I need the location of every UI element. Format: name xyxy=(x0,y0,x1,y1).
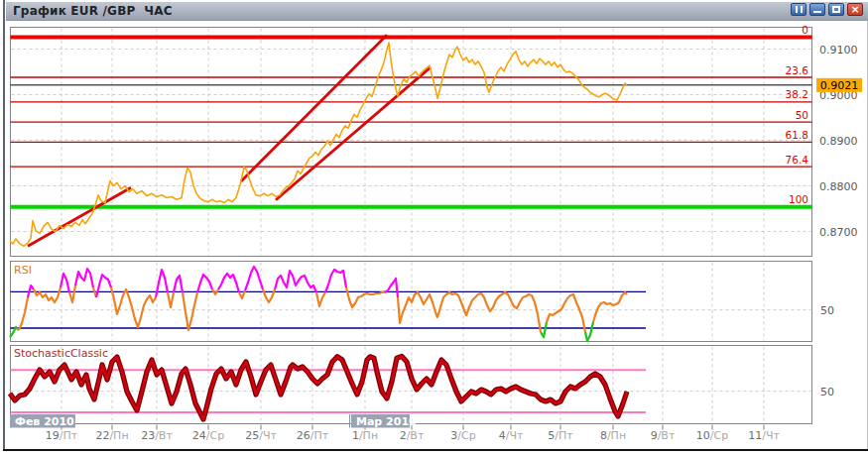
fib-label-0: 0 xyxy=(802,24,808,36)
date-label: 24/Ср xyxy=(192,429,224,442)
window-titlebar[interactable]: График EUR /GBP ЧАС xyxy=(6,2,868,21)
date-label: 10/Ср xyxy=(696,429,728,442)
price-axis-label: 0.8900 xyxy=(819,135,858,148)
minimize-button[interactable] xyxy=(809,3,825,16)
date-label: 4/Чт xyxy=(499,429,524,442)
date-label: 2/Вт xyxy=(400,429,425,442)
month-badge-label: Мар 2010 xyxy=(356,415,417,428)
date-label: 22/Пн xyxy=(95,429,128,442)
collapse-button[interactable] xyxy=(791,3,806,16)
collapse-icon xyxy=(796,6,803,13)
fib-label-50: 50 xyxy=(796,109,808,121)
rsi-panel-label: RSI xyxy=(14,264,32,277)
date-label: 8/Пн xyxy=(600,429,626,442)
month-badge-label: Фев 2010 xyxy=(15,415,74,428)
close-button[interactable]: × xyxy=(847,3,863,16)
maximize-icon xyxy=(832,6,840,13)
current-price-value: 0.9021 xyxy=(820,79,859,92)
price-axis-label: 0.8700 xyxy=(819,226,858,239)
fib-label-76.4: 76.4 xyxy=(786,154,809,166)
date-label: 9/Вт xyxy=(651,429,676,442)
date-label: 1/Пн xyxy=(352,429,378,442)
price-axis-label: 0.9100 xyxy=(819,44,858,57)
date-label: 11/Чт xyxy=(748,429,780,442)
date-label: 26/Пт xyxy=(297,429,329,442)
close-icon: × xyxy=(850,4,859,15)
date-label: 19/Пт xyxy=(46,429,78,442)
rsi-mid-label: 50 xyxy=(820,304,834,317)
stoch-panel-label: StochasticClassic xyxy=(14,347,108,360)
date-label: 25/Чт xyxy=(245,429,277,442)
fib-label-100: 100 xyxy=(789,193,808,205)
window-title: График EUR /GBP ЧАС xyxy=(13,4,173,18)
window-controls: × xyxy=(791,3,863,16)
stoch-mid-label: 50 xyxy=(820,386,834,398)
chart-canvas[interactable]: 023.638.25061.876.4100RSIStochasticClass… xyxy=(0,0,868,454)
minimize-icon xyxy=(813,11,821,13)
maximize-button[interactable] xyxy=(828,3,844,16)
price-axis-label: 0.8800 xyxy=(819,180,858,193)
date-label: 23/Вт xyxy=(141,429,173,442)
fib-label-61.8: 61.8 xyxy=(786,129,808,141)
fib-label-38.2: 38.2 xyxy=(786,88,808,100)
date-label: 3/Ср xyxy=(450,429,475,442)
fib-label-23.6: 23.6 xyxy=(786,64,809,76)
date-label: 5/Пт xyxy=(548,429,573,442)
